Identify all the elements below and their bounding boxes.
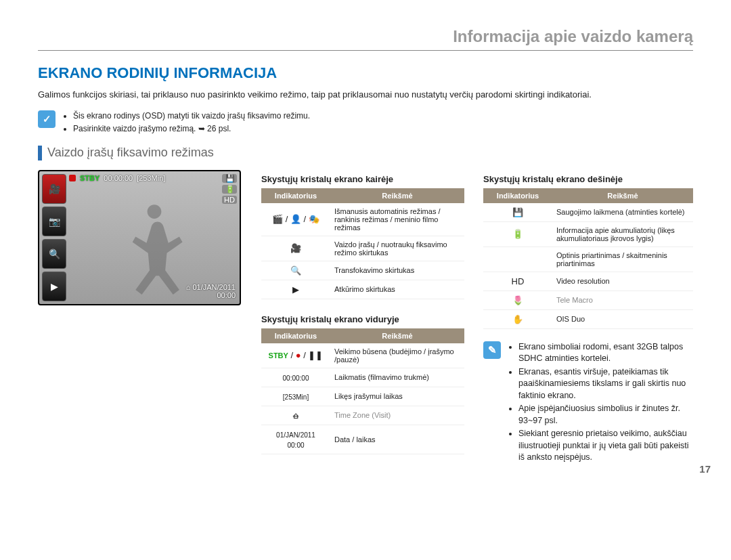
- intro-text: Galimos funkcijos skiriasi, tai priklaus…: [38, 89, 693, 101]
- subheading: Vaizdo įrašų fiksavimo režimas: [38, 146, 693, 160]
- table-row: HDVideo resolution: [483, 272, 693, 290]
- top-note-item: Pasirinkite vaizdo įrašymo režimą. ➥ 26 …: [73, 123, 310, 135]
- indicator-text: Saugojimo laikmena (atminties kortelė): [552, 203, 693, 222]
- indicator-icon: 🌷: [483, 290, 552, 309]
- indicator-icon: 🎥: [261, 236, 330, 261]
- left-section-title: Skystųjų kristalų ekrano kairėje: [261, 174, 464, 184]
- indicator-text: Optinis priartinimas / skaitmeninis pria…: [552, 246, 693, 272]
- cam-tab-zoom[interactable]: 🔍: [42, 239, 66, 269]
- indicator-text: Laikmatis (filmavimo trukmė): [330, 368, 464, 387]
- indicator-icon: ▶: [261, 280, 330, 299]
- table-row: 🎬 / 👤 / 🎭Išmanusis automatinis režimas /…: [261, 203, 464, 236]
- right-note-item: Siekiant geresnio prietaiso veikimo, auk…: [518, 428, 693, 464]
- camera-mockup: 🎥 📷 🔍 ▶ STBY 00:00:00 [253Min] 💾 🔋 HD: [38, 170, 241, 305]
- right-table: Indikatorius Reikšmė 💾Saugojimo laikmena…: [483, 188, 693, 329]
- cam-silhouette: [114, 198, 195, 300]
- top-note-block: ✓ Šis ekrano rodinys (OSD) matyti tik va…: [38, 110, 693, 136]
- table-row: 🔋Informacija apie akumuliatorių (likęs a…: [483, 221, 693, 246]
- cam-mode-dot: [69, 175, 76, 181]
- indicator-icon: [483, 246, 552, 272]
- cam-time: 00:00: [217, 291, 236, 299]
- indicator-icon: 💾: [483, 203, 552, 222]
- cam-tab-play[interactable]: ▶: [42, 272, 66, 301]
- indicator-icon: [253Min]: [261, 387, 330, 406]
- indicator-text: Transfokavimo skirtukas: [330, 261, 464, 280]
- cam-remaining: [253Min]: [137, 174, 165, 182]
- table-row: ✋OIS Duo: [483, 309, 693, 328]
- indicator-text: Atkūrimo skirtukas: [330, 280, 464, 299]
- right-note-block: ✎ Ekrano simboliai rodomi, esant 32GB ta…: [483, 341, 693, 465]
- table-row: ⌂̶Time Zone (Visit): [261, 406, 464, 425]
- indicator-icon: ✋: [483, 309, 552, 328]
- cam-tab-photo[interactable]: 📷: [42, 207, 66, 236]
- table-row: 00:00:00Laikmatis (filmavimo trukmė): [261, 368, 464, 387]
- indicator-icon: 🔍: [261, 261, 330, 280]
- indicator-icon: 01/JAN/201100:00: [261, 425, 330, 454]
- cam-storage-icon: 💾: [222, 174, 237, 183]
- left-table: Indikatorius Reikšmė 🎬 / 👤 / 🎭Išmanusis …: [261, 188, 464, 299]
- table-row: 🌷Tele Macro: [483, 290, 693, 309]
- indicator-icon: HD: [483, 272, 552, 290]
- check-icon: ✓: [38, 110, 56, 128]
- top-note-item: Šis ekrano rodinys (OSD) matyti tik vaiz…: [73, 110, 310, 122]
- table-row: ▶Atkūrimo skirtukas: [261, 280, 464, 299]
- right-note-item: Ekrano simboliai rodomi, esant 32GB talp…: [518, 341, 693, 365]
- indicator-text: OIS Duo: [552, 309, 693, 328]
- chapter-title: Informacija apie vaizdo kamerą: [38, 27, 693, 51]
- table-row: 01/JAN/201100:00Data / laikas: [261, 425, 464, 454]
- right-note-item: Apie įspėjančiuosius simbolius ir žinute…: [518, 403, 693, 427]
- th-indicator: Indikatorius: [483, 188, 552, 203]
- th-indicator: Indikatorius: [261, 328, 330, 343]
- indicator-icon: 00:00:00: [261, 368, 330, 387]
- indicator-text: Vaizdo įrašų / nuotraukų fiksavimo režim…: [330, 236, 464, 261]
- mid-section-title: Skystųjų kristalų ekrano viduryje: [261, 314, 464, 324]
- cam-resolution-icon: HD: [222, 196, 237, 204]
- top-note-list: Šis ekrano rodinys (OSD) matyti tik vaiz…: [64, 110, 310, 136]
- right-section-title: Skystųjų kristalų ekrano dešinėje: [483, 174, 693, 184]
- subheading-text: Vaizdo įrašų fiksavimo režimas: [47, 146, 214, 160]
- subheading-bar: [38, 146, 42, 160]
- indicator-text: Veikimo būsena (budėjimo / įrašymo /pauz…: [330, 343, 464, 368]
- table-row: 🔍Transfokavimo skirtukas: [261, 261, 464, 280]
- indicator-text: Data / laikas: [330, 425, 464, 454]
- indicator-text: Informacija apie akumuliatorių (likęs ak…: [552, 221, 693, 246]
- indicator-text: Video resolution: [552, 272, 693, 290]
- indicator-icon: 🔋: [483, 221, 552, 246]
- cam-tab-video[interactable]: 🎥: [42, 174, 66, 204]
- cam-home-icon: ⌂: [186, 283, 191, 291]
- table-row: [253Min]Likęs įrašymui laikas: [261, 387, 464, 406]
- indicator-icon: STBY / ● / ❚❚: [261, 343, 330, 368]
- cam-stby: STBY: [80, 174, 99, 182]
- th-meaning: Reikšmė: [552, 188, 693, 203]
- cam-timecode: 00:00:00: [104, 174, 133, 182]
- right-note-list: Ekrano simboliai rodomi, esant 32GB talp…: [509, 341, 693, 465]
- right-note-item: Ekranas, esantis viršuje, pateikiamas ti…: [518, 366, 693, 402]
- cam-date: 01/JAN/2011: [192, 283, 236, 291]
- table-row: Optinis priartinimas / skaitmeninis pria…: [483, 246, 693, 272]
- pencil-icon: ✎: [483, 341, 501, 359]
- cam-battery-icon: 🔋: [222, 185, 237, 194]
- th-indicator: Indikatorius: [261, 188, 330, 203]
- indicator-text: Time Zone (Visit): [330, 406, 464, 425]
- page-heading: EKRANO RODINIŲ INFORMACIJA: [38, 64, 693, 82]
- th-meaning: Reikšmė: [330, 188, 464, 203]
- indicator-text: Tele Macro: [552, 290, 693, 309]
- indicator-text: Išmanusis automatinis režimas / rankinis…: [330, 203, 464, 236]
- indicator-text: Likęs įrašymui laikas: [330, 387, 464, 406]
- table-row: STBY / ● / ❚❚Veikimo būsena (budėjimo / …: [261, 343, 464, 368]
- indicator-icon: ⌂̶: [261, 406, 330, 425]
- mid-table: Indikatorius Reikšmė STBY / ● / ❚❚Veikim…: [261, 328, 464, 454]
- indicator-icon: 🎬 / 👤 / 🎭: [261, 203, 330, 236]
- page-number: 17: [699, 463, 711, 475]
- th-meaning: Reikšmė: [330, 328, 464, 343]
- table-row: 💾Saugojimo laikmena (atminties kortelė): [483, 203, 693, 222]
- table-row: 🎥Vaizdo įrašų / nuotraukų fiksavimo reži…: [261, 236, 464, 261]
